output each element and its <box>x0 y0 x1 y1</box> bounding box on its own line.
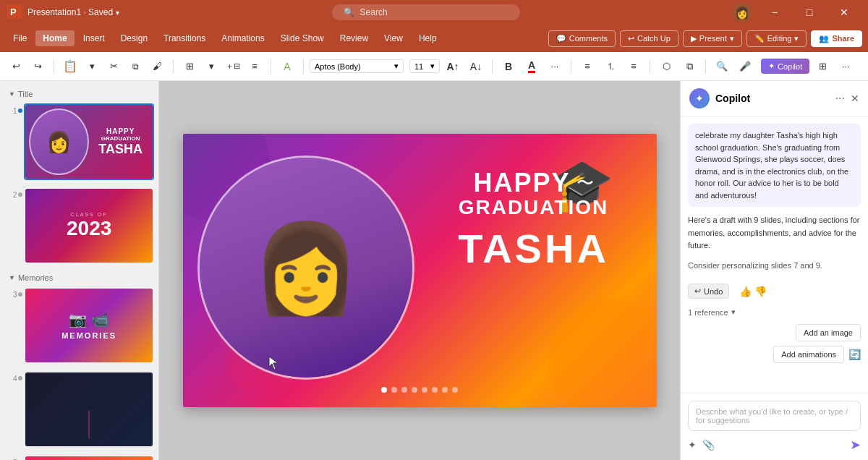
add-image-button[interactable]: Add an image <box>796 324 861 341</box>
title-bar: P Presentation1 · Saved ▾ 🔍 Search 👩 − □… <box>0 0 868 25</box>
align-button[interactable]: ≡ <box>624 56 644 77</box>
format-painter-button[interactable]: 🖌 <box>147 56 167 77</box>
slide-dot-1 <box>18 108 22 113</box>
copilot-more-button[interactable]: ··· <box>835 92 845 105</box>
section-title[interactable]: ▼ Title <box>4 87 154 101</box>
font-color-button[interactable]: A <box>522 56 542 77</box>
new-slide-button[interactable]: ＋⊟ <box>223 56 243 77</box>
reference-text: 1 reference <box>688 308 728 317</box>
comments-button[interactable]: 💬 Comments <box>548 30 616 47</box>
copilot-panel: ✦ Copilot ··· ✕ celebrate my daughter Ta… <box>680 81 868 460</box>
cursor-indicator <box>268 355 281 373</box>
size-dropdown-icon: ▾ <box>430 61 435 71</box>
minimize-button[interactable]: − <box>758 0 791 25</box>
shape-format-button[interactable]: A <box>277 56 297 77</box>
name-text: TASHA <box>433 225 635 272</box>
catchup-button[interactable]: ↩ Catch Up <box>620 30 678 47</box>
increase-font-button[interactable]: A↑ <box>443 56 463 77</box>
copy-button[interactable]: ⧉ <box>125 56 145 77</box>
menu-insert[interactable]: Insert <box>76 30 112 46</box>
menu-design[interactable]: Design <box>114 30 155 46</box>
slide-num-2: 2 <box>4 185 17 199</box>
reference-expand-icon: ▾ <box>731 307 736 317</box>
catchup-icon: ↩ <box>628 34 634 43</box>
menu-bar: File Home Insert Design Transitions Anim… <box>0 25 868 52</box>
search-box[interactable]: 🔍 Search <box>332 4 520 20</box>
menu-file[interactable]: File <box>6 30 34 46</box>
slide-dot-3 <box>18 292 22 297</box>
dictate-button[interactable]: 🎤 <box>735 56 755 77</box>
section-collapse-icon: ▼ <box>9 90 15 98</box>
menu-animations[interactable]: Animations <box>214 30 271 46</box>
paste-button[interactable]: 📋 <box>60 56 80 77</box>
undo-icon: ↩ <box>694 286 701 296</box>
decrease-font-button[interactable]: A↓ <box>466 56 486 77</box>
share-button[interactable]: 👥 Share <box>811 30 862 47</box>
thumbs-up-button[interactable]: 👍 <box>739 286 752 297</box>
font-family-selector[interactable]: Aptos (Body) ▾ <box>310 59 404 73</box>
redo-button[interactable]: ↪ <box>27 56 48 77</box>
menu-transitions[interactable]: Transitions <box>156 30 213 46</box>
slide-panel: ▼ Title 1 👩 HAPPY GRADUATION TASHA 2 <box>0 81 159 460</box>
slide-thumbnail-4[interactable] <box>24 371 154 448</box>
cut-button[interactable]: ✂ <box>103 56 124 77</box>
user-message-bubble: celebrate my daughter Tasha's high high … <box>688 124 861 207</box>
font-size-selector[interactable]: 11 ▾ <box>409 59 440 73</box>
send-button[interactable]: ➤ <box>850 437 861 453</box>
sparkle-input-icon[interactable]: ✦ <box>688 439 697 451</box>
paste-dropdown[interactable]: ▾ <box>82 56 102 77</box>
arrange-button[interactable]: ⧉ <box>679 56 699 77</box>
slide-row-4: 4 <box>4 369 154 450</box>
slide-dot-4 <box>18 376 22 380</box>
slide-thumbnail-3[interactable]: 📷 📹 MEMORIES <box>24 287 154 364</box>
copilot-toolbar-button[interactable]: ✦ Copilot <box>761 59 809 74</box>
happy-text: HAPPY <box>473 170 570 196</box>
slide-thumbnail-2[interactable]: CLASS OF 2023 <box>24 187 154 264</box>
undo-button[interactable]: ↩ Undo <box>688 284 729 299</box>
numbering-button[interactable]: ⒈ <box>600 56 621 77</box>
slide-thumbnail-5[interactable]: 🎉 <box>24 455 154 460</box>
slide-thumbnail-1[interactable]: 👩 HAPPY GRADUATION TASHA <box>24 103 154 180</box>
attach-icon[interactable]: 📎 <box>702 439 715 451</box>
chat-footer-icons: ✦ 📎 ➤ <box>688 437 861 453</box>
menu-slideshow[interactable]: Slide Show <box>273 30 331 46</box>
main-area: ▼ Title 1 👩 HAPPY GRADUATION TASHA 2 <box>0 81 868 460</box>
editing-dropdown-icon: ▾ <box>794 34 799 43</box>
layout-button[interactable]: ⊞ <box>179 56 200 77</box>
slide-navigation-dots <box>381 387 458 393</box>
font-dropdown-icon: ▾ <box>394 61 399 71</box>
reference-row[interactable]: 1 reference ▾ <box>688 307 861 317</box>
menu-view[interactable]: View <box>377 30 410 46</box>
shapes-button[interactable]: ⬡ <box>656 56 676 77</box>
find-button[interactable]: 🔍 <box>712 56 732 77</box>
copilot-close-button[interactable]: ✕ <box>851 93 859 104</box>
svg-text:P: P <box>10 7 17 17</box>
menu-review[interactable]: Review <box>333 30 375 46</box>
maximize-button[interactable]: □ <box>793 0 826 25</box>
text-format-more[interactable]: ··· <box>545 56 565 77</box>
layout-dropdown[interactable]: ▾ <box>201 56 221 77</box>
design-ideas-button[interactable]: ⊞ <box>812 56 833 77</box>
undo-row: ↩ Undo 👍 👎 <box>688 284 861 299</box>
section-memories[interactable]: ▼ Memories <box>4 271 154 285</box>
close-button[interactable]: ✕ <box>827 0 861 25</box>
chat-input-area[interactable]: Describe what you'd like to create, or t… <box>688 401 861 431</box>
thumbs-down-button[interactable]: 👎 <box>754 286 767 297</box>
canvas-area[interactable]: 👩 🎓 HAPPY 〜 GRADUATION TASHA <box>159 81 680 460</box>
add-animations-button[interactable]: Add animations <box>773 346 844 363</box>
bold-button[interactable]: B <box>498 56 519 77</box>
undo-button[interactable]: ↩ <box>6 56 26 77</box>
refresh-button[interactable]: 🔄 <box>848 349 861 360</box>
menu-help[interactable]: Help <box>412 30 444 46</box>
toolbar-more-button[interactable]: ··· <box>835 56 856 77</box>
section-button[interactable]: ≡ <box>244 56 265 77</box>
slide-row-3: 3 📷 📹 MEMORIES <box>4 285 154 366</box>
present-button[interactable]: ▶ Present ▾ <box>683 30 742 47</box>
menu-home[interactable]: Home <box>35 30 74 46</box>
bullets-button[interactable]: ≡ <box>577 56 597 77</box>
slide-row-5: 5 🎉 <box>4 453 154 460</box>
toolbar: ↩ ↪ 📋 ▾ ✂ ⧉ 🖌 ⊞ ▾ ＋⊟ ≡ A Aptos (Body) ▾ … <box>0 52 868 81</box>
editing-button[interactable]: ✏️ Editing ▾ <box>746 30 807 47</box>
user-avatar[interactable]: 👩 <box>732 2 752 22</box>
slide-num-3: 3 <box>4 285 17 299</box>
